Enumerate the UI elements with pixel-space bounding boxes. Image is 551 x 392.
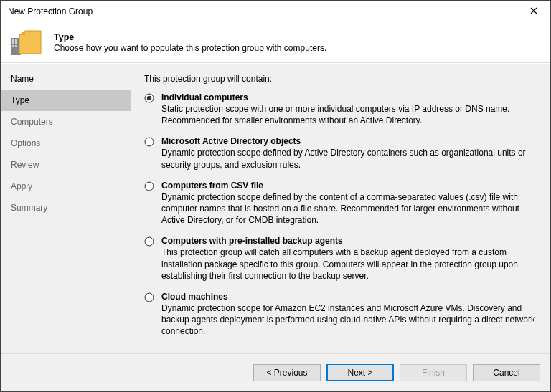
next-button[interactable]: Next > — [326, 364, 394, 381]
radio-icon — [144, 137, 154, 147]
type-option[interactable]: Computers from CSV fileDynamic protectio… — [144, 181, 536, 226]
radio-icon — [144, 236, 154, 247]
type-option[interactable]: Individual computersStatic protection sc… — [144, 92, 536, 126]
sidebar-item-type[interactable]: Type — [1, 90, 131, 111]
sidebar-item-summary[interactable]: Summary — [1, 197, 131, 219]
sidebar-header: Name — [1, 68, 131, 90]
wizard-content: This protection group will contain: Indi… — [131, 64, 550, 353]
type-option[interactable]: Cloud machinesDynamic protection scope f… — [144, 292, 536, 338]
svg-point-8 — [147, 96, 151, 100]
sidebar-item-review[interactable]: Review — [1, 154, 131, 176]
finish-button[interactable]: Finish — [400, 364, 467, 381]
sidebar-item-options[interactable]: Options — [1, 133, 131, 154]
wizard-window: New Protection Group Type Choose how y — [0, 0, 551, 392]
option-title: Computers from CSV file — [161, 181, 536, 191]
wizard-steps-sidebar: Name TypeComputersOptionsReviewApplySumm… — [1, 64, 131, 353]
svg-rect-3 — [12, 42, 14, 44]
option-title: Individual computers — [161, 92, 536, 102]
cancel-button[interactable]: Cancel — [473, 364, 540, 381]
content-intro: This protection group will contain: — [144, 74, 536, 84]
radio-icon — [144, 292, 154, 302]
option-title: Microsoft Active Directory objects — [161, 136, 536, 146]
option-desc: Dynamic protection scope defined by Acti… — [161, 147, 536, 170]
close-button[interactable] — [517, 1, 550, 22]
wizard-footer: < Previous Next > Finish Cancel — [1, 353, 550, 391]
wizard-body: Name TypeComputersOptionsReviewApplySumm… — [1, 63, 550, 353]
header-text: Type Choose how you want to populate thi… — [54, 32, 326, 53]
protection-group-icon — [11, 28, 42, 57]
option-text: Microsoft Active Directory objectsDynami… — [161, 136, 536, 170]
previous-button[interactable]: < Previous — [253, 364, 321, 381]
sidebar-item-computers[interactable]: Computers — [1, 111, 131, 133]
svg-point-10 — [145, 182, 154, 191]
type-option[interactable]: Computers with pre-installed backup agen… — [144, 236, 536, 282]
sidebar-item-apply[interactable]: Apply — [1, 176, 131, 197]
radio-icon — [144, 93, 154, 103]
page-title: Type — [54, 32, 326, 42]
svg-rect-4 — [15, 42, 17, 44]
radio-icon — [144, 181, 154, 191]
titlebar: New Protection Group — [1, 1, 550, 22]
option-desc: Dynamic protection scope for Amazon EC2 … — [161, 302, 536, 338]
option-title: Cloud machines — [161, 292, 536, 302]
svg-point-9 — [145, 138, 154, 146]
svg-point-11 — [145, 237, 154, 246]
page-subtitle: Choose how you want to populate this pro… — [54, 43, 326, 53]
option-text: Computers with pre-installed backup agen… — [161, 236, 536, 282]
svg-rect-1 — [12, 39, 14, 42]
svg-rect-6 — [15, 45, 17, 47]
window-title: New Protection Group — [8, 6, 517, 16]
option-desc: This protection group will catch all com… — [161, 247, 536, 282]
option-text: Cloud machinesDynamic protection scope f… — [161, 292, 536, 338]
option-text: Individual computersStatic protection sc… — [161, 92, 536, 126]
svg-rect-5 — [12, 45, 14, 47]
option-text: Computers from CSV fileDynamic protectio… — [161, 181, 536, 226]
type-option[interactable]: Microsoft Active Directory objectsDynami… — [144, 136, 536, 170]
svg-point-12 — [145, 293, 154, 302]
close-icon — [530, 6, 537, 16]
wizard-header: Type Choose how you want to populate thi… — [1, 22, 550, 63]
option-desc: Static protection scope with one or more… — [161, 103, 536, 126]
option-title: Computers with pre-installed backup agen… — [161, 236, 536, 246]
option-desc: Dynamic protection scope defined by the … — [161, 191, 536, 226]
svg-rect-2 — [15, 39, 17, 42]
